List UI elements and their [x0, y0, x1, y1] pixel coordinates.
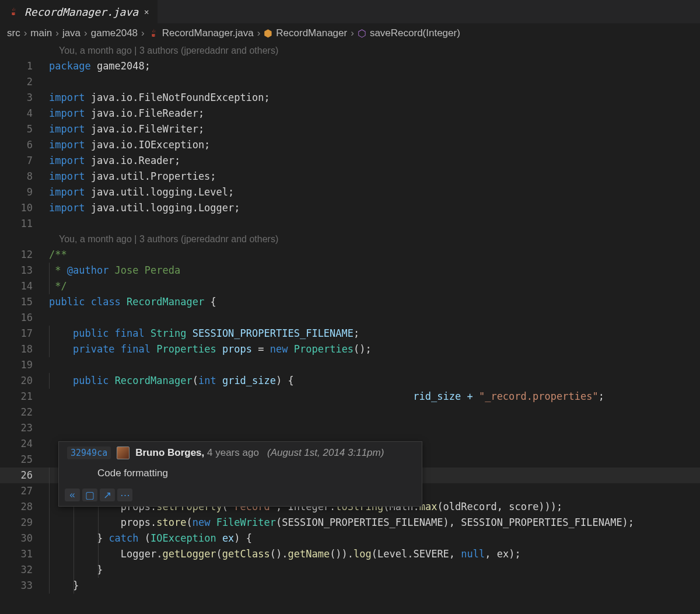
line-number: 1 — [0, 58, 49, 74]
breadcrumb-item[interactable]: ⬢ RecordManager — [264, 27, 347, 40]
breadcrumb-item[interactable]: game2048 — [91, 27, 138, 39]
java-file-icon — [8, 6, 19, 17]
line-number: 29 — [0, 515, 49, 531]
tab-bar: RecordManager.java ✕ — [0, 0, 700, 23]
line-number: 23 — [0, 420, 49, 436]
line-number: 28 — [0, 499, 49, 515]
chevron-right-icon: › — [24, 27, 27, 39]
line-number: 6 — [0, 137, 49, 153]
breadcrumb-item[interactable]: java — [62, 27, 80, 39]
line-number: 11 — [0, 216, 49, 232]
java-file-icon — [148, 28, 159, 39]
code-lens[interactable]: You, a month ago | 3 authors (jperedadnr… — [0, 43, 700, 58]
breadcrumb-item[interactable]: src — [7, 27, 20, 39]
chevron-right-icon: › — [84, 27, 88, 39]
line-number: 15 — [0, 294, 49, 310]
copy-icon[interactable]: ▢ — [82, 489, 97, 501]
line-number: 16 — [0, 310, 49, 326]
line-number: 12 — [0, 247, 49, 263]
line-number: 24 — [0, 436, 49, 452]
breadcrumb-item[interactable]: main — [30, 27, 52, 39]
line-number: 17 — [0, 326, 49, 341]
breadcrumb-item[interactable]: ⬡ saveRecord(Integer) — [358, 27, 460, 40]
class-icon: ⬢ — [264, 27, 272, 40]
line-number: 30 — [0, 531, 49, 546]
chevron-right-icon: › — [257, 27, 261, 39]
tab-active[interactable]: RecordManager.java ✕ — [0, 0, 158, 23]
commit-sha[interactable]: 32949ca — [67, 446, 111, 459]
breadcrumb-item[interactable]: RecordManager.java — [148, 27, 254, 39]
commit-ago: 4 years ago — [207, 447, 259, 458]
line-number: 3 — [0, 90, 49, 106]
avatar — [117, 446, 130, 459]
line-number: 4 — [0, 106, 49, 121]
line-number: 7 — [0, 153, 49, 169]
line-number: 26 — [0, 468, 49, 483]
line-number: 9 — [0, 184, 49, 200]
line-number: 2 — [0, 74, 49, 90]
commit-message: Code formatting — [59, 461, 422, 486]
line-number: 22 — [0, 404, 49, 420]
method-icon: ⬡ — [358, 27, 366, 40]
more-icon[interactable]: ⋯ — [117, 489, 132, 501]
chevron-right-icon: › — [141, 27, 145, 39]
line-number: 10 — [0, 200, 49, 216]
line-number: 20 — [0, 373, 49, 389]
line-number: 8 — [0, 169, 49, 184]
git-blame-hover: 32949ca Bruno Borges, 4 years ago (Augus… — [58, 441, 422, 507]
line-number: 33 — [0, 578, 49, 594]
hover-actions: « ▢ ↗ ⋯ — [59, 486, 422, 506]
breadcrumb: src › main › java › game2048 › RecordMan… — [0, 23, 700, 43]
line-number: 25 — [0, 452, 49, 468]
previous-commit-icon[interactable]: « — [65, 489, 80, 501]
line-number: 31 — [0, 546, 49, 562]
open-external-icon[interactable]: ↗ — [100, 489, 115, 501]
line-number: 13 — [0, 263, 49, 278]
line-number: 27 — [0, 483, 49, 499]
code-editor[interactable]: You, a month ago | 3 authors (jperedadnr… — [0, 43, 700, 594]
line-number: 32 — [0, 562, 49, 578]
chevron-right-icon: › — [351, 27, 354, 39]
close-icon[interactable]: ✕ — [144, 7, 149, 16]
commit-date: (August 1st, 2014 3:11pm) — [267, 447, 384, 458]
tab-title: RecordManager.java — [24, 6, 138, 18]
commit-author: Bruno Borges, — [135, 447, 204, 458]
code-lens[interactable]: You, a month ago | 3 authors (jperedadnr… — [0, 232, 700, 247]
line-number: 5 — [0, 121, 49, 137]
line-number: 18 — [0, 341, 49, 357]
line-number: 14 — [0, 278, 49, 294]
chevron-right-icon: › — [55, 27, 59, 39]
line-number: 19 — [0, 357, 49, 373]
line-number: 21 — [0, 389, 49, 404]
